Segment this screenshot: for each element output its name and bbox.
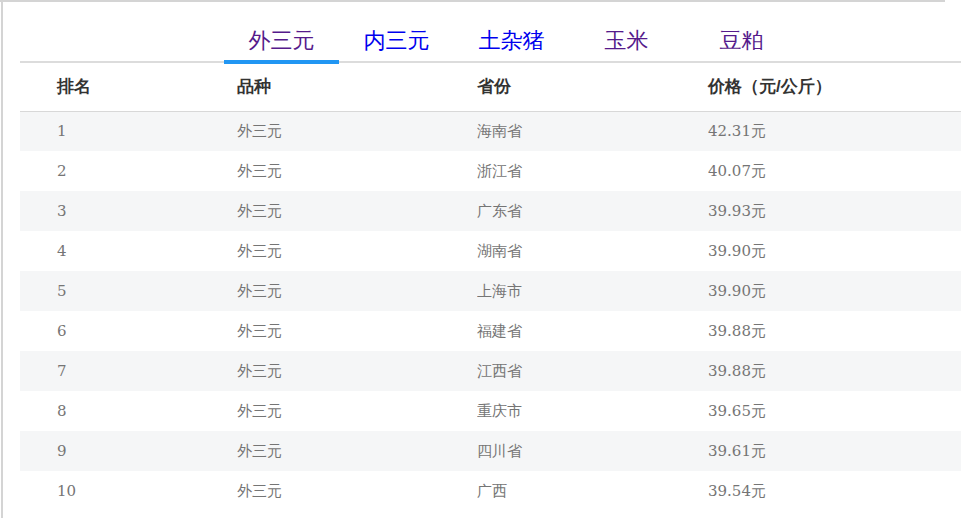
table-row: 4 外三元 湖南省 39.90元 xyxy=(20,231,961,271)
tab-waisanyuan[interactable]: 外三元 xyxy=(224,24,339,58)
cell-price: 39.88元 xyxy=(708,311,961,351)
cell-province: 广西 xyxy=(477,471,708,511)
col-header-rank: 排名 xyxy=(20,63,237,111)
active-tab-underline xyxy=(224,60,339,64)
cell-province: 广东省 xyxy=(477,191,708,231)
table-body: 1 外三元 海南省 42.31元 2 外三元 浙江省 40.07元 3 外三元 … xyxy=(20,111,961,518)
cell-variety: 外三元 xyxy=(237,391,477,431)
cell-price: 39.65元 xyxy=(708,391,961,431)
cell-rank: 4 xyxy=(20,231,237,271)
cell-rank: 6 xyxy=(20,311,237,351)
page-left-border xyxy=(1,0,3,518)
table-row: 8 外三元 重庆市 39.65元 xyxy=(20,391,961,431)
cell-province: 浙江省 xyxy=(477,151,708,191)
cell-province xyxy=(477,511,708,518)
cell-province: 上海市 xyxy=(477,271,708,311)
cell-rank: 10 xyxy=(20,471,237,511)
table-row: 2 外三元 浙江省 40.07元 xyxy=(20,151,961,191)
tab-neisanyuan[interactable]: 内三元 xyxy=(339,24,454,58)
tab-divider-line xyxy=(20,61,961,63)
cell-price xyxy=(708,511,961,518)
cell-rank: 2 xyxy=(20,151,237,191)
cell-province: 江西省 xyxy=(477,351,708,391)
table-header-row: 排名 品种 省份 价格（元/公斤） xyxy=(20,63,961,111)
cell-variety: 外三元 xyxy=(237,431,477,471)
cell-price: 39.61元 xyxy=(708,431,961,471)
cell-price: 39.88元 xyxy=(708,351,961,391)
price-ranking-page: 外三元内三元土杂猪玉米豆粕 排名 品种 省份 价格（元/公斤） 1 外三元 海南… xyxy=(0,0,976,518)
cell-price: 42.31元 xyxy=(708,111,961,151)
cell-variety: 外三元 xyxy=(237,271,477,311)
tab-doupo[interactable]: 豆粕 xyxy=(684,24,799,58)
cell-rank: 8 xyxy=(20,391,237,431)
cell-variety: 外三元 xyxy=(237,151,477,191)
table-row: 1 外三元 海南省 42.31元 xyxy=(20,111,961,151)
cell-rank: 7 xyxy=(20,351,237,391)
cell-rank: 1 xyxy=(20,111,237,151)
col-header-price: 价格（元/公斤） xyxy=(708,63,961,111)
category-tab-bar: 外三元内三元土杂猪玉米豆粕 xyxy=(224,24,976,58)
cell-price: 39.54元 xyxy=(708,471,961,511)
page-top-border xyxy=(0,0,945,2)
tab-tuzazhu[interactable]: 土杂猪 xyxy=(454,24,569,58)
cell-price: 39.90元 xyxy=(708,271,961,311)
table-header: 排名 品种 省份 价格（元/公斤） xyxy=(20,63,961,111)
cell-variety: 外三元 xyxy=(237,191,477,231)
price-ranking-table: 排名 品种 省份 价格（元/公斤） 1 外三元 海南省 42.31元 2 外三元… xyxy=(20,63,961,518)
cell-price: 39.90元 xyxy=(708,231,961,271)
cell-variety: 外三元 xyxy=(237,231,477,271)
cell-variety: 外三元 xyxy=(237,311,477,351)
cell-rank: 5 xyxy=(20,271,237,311)
cell-rank xyxy=(20,511,237,518)
cell-variety: 外三元 xyxy=(237,471,477,511)
cell-province: 海南省 xyxy=(477,111,708,151)
col-header-variety: 品种 xyxy=(237,63,477,111)
table-row: 3 外三元 广东省 39.93元 xyxy=(20,191,961,231)
col-header-province: 省份 xyxy=(477,63,708,111)
table-row: 7 外三元 江西省 39.88元 xyxy=(20,351,961,391)
cell-price: 39.93元 xyxy=(708,191,961,231)
cell-province: 福建省 xyxy=(477,311,708,351)
cell-variety xyxy=(237,511,477,518)
cell-province: 重庆市 xyxy=(477,391,708,431)
cell-rank: 9 xyxy=(20,431,237,471)
table-row: 9 外三元 四川省 39.61元 xyxy=(20,431,961,471)
cell-price: 40.07元 xyxy=(708,151,961,191)
table-row: 5 外三元 上海市 39.90元 xyxy=(20,271,961,311)
cell-variety: 外三元 xyxy=(237,111,477,151)
table-row-partial xyxy=(20,511,961,518)
cell-province: 四川省 xyxy=(477,431,708,471)
table-row: 10 外三元 广西 39.54元 xyxy=(20,471,961,511)
tab-yumi[interactable]: 玉米 xyxy=(569,24,684,58)
cell-variety: 外三元 xyxy=(237,351,477,391)
cell-rank: 3 xyxy=(20,191,237,231)
table-row: 6 外三元 福建省 39.88元 xyxy=(20,311,961,351)
cell-province: 湖南省 xyxy=(477,231,708,271)
